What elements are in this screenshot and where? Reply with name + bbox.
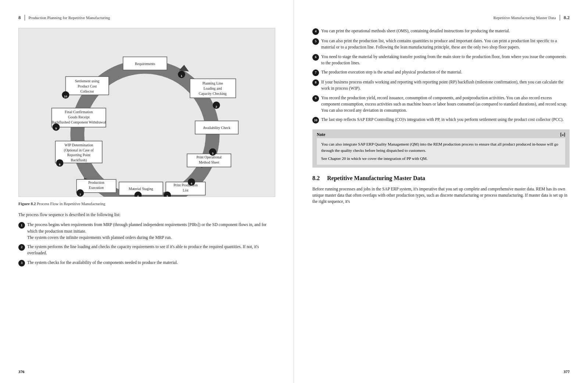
item-text-1: The process begins when requirements fro… — [27, 222, 275, 241]
figure-label: Figure 8.2 — [18, 201, 36, 206]
item-bullet-1: 1 — [18, 222, 25, 229]
note-text-1: You can also integrate SAP ERP Quality M… — [321, 141, 561, 153]
list-item: 9 You record the production yield, recor… — [312, 95, 570, 114]
left-page-number: 8 — [18, 15, 21, 21]
svg-text:2: 2 — [215, 105, 217, 108]
svg-point-2 — [91, 80, 199, 188]
svg-text:WIP Determination: WIP Determination — [64, 143, 93, 147]
svg-text:Collector: Collector — [80, 89, 94, 93]
left-page-footer: 376 — [18, 369, 275, 374]
list-item: 1 The process begins when requirements f… — [18, 222, 275, 241]
right-page: Repetitive Manufacturing Master Data 8.2… — [294, 0, 588, 383]
header-divider — [25, 15, 25, 21]
section-body-text: Before running processes and jobs in the… — [312, 186, 570, 205]
section-number: 8.2 — [312, 175, 320, 181]
svg-text:Product Cost: Product Cost — [78, 84, 97, 88]
item-bullet-5: 5 — [312, 38, 319, 45]
left-footer-number: 376 — [18, 369, 25, 374]
right-page-footer: 377 — [312, 369, 570, 374]
right-header-text: Repetitive Manufacturing Master Data — [494, 15, 556, 20]
svg-text:10: 10 — [64, 95, 67, 98]
section-title: Repetitive Manufacturing Master Data — [327, 175, 425, 181]
item-bullet-4: 4 — [312, 28, 319, 35]
svg-text:Final Confirmation: Final Confirmation — [65, 110, 93, 114]
svg-text:Loading and: Loading and — [204, 86, 222, 90]
item-text-9: You record the production yield, record … — [321, 95, 570, 114]
item-bullet-2: 2 — [18, 244, 25, 251]
item-text-10: The last step reflects SAP ERP Controlli… — [321, 117, 564, 124]
list-item: 10 The last step reflects SAP ERP Contro… — [312, 117, 570, 124]
svg-text:Print Operational: Print Operational — [196, 155, 222, 159]
list-item: 6 You need to stage the material by unde… — [312, 54, 570, 67]
item-bullet-3: 3 — [18, 260, 25, 266]
note-text-2: See Chapter 20 in which we cover the int… — [321, 155, 561, 162]
note-box: Note [«] You can also integrate SAP ERP … — [312, 129, 570, 168]
diagram-svg: Requirements Planning Line Loading and C… — [19, 28, 275, 197]
svg-text:5: 5 — [166, 195, 168, 197]
item-bullet-6: 6 — [312, 54, 319, 61]
svg-text:3: 3 — [212, 152, 214, 155]
right-page-header: Repetitive Manufacturing Master Data 8.2 — [312, 15, 570, 21]
list-item: 4 You can print the operational methods … — [312, 28, 570, 35]
svg-text:9: 9 — [55, 127, 57, 130]
svg-text:Planning Line: Planning Line — [202, 81, 223, 85]
item-text-6: You need to stage the material by undert… — [321, 54, 570, 67]
svg-text:Reporting Point: Reporting Point — [67, 153, 90, 157]
item-bullet-8: 8 — [312, 79, 319, 86]
list-item: 7 The production execution step is the a… — [312, 69, 570, 76]
figure-desc: Process Flow in Repetitive Manufacturing — [37, 201, 105, 206]
left-page: 8 Production Planning for Repetitive Man… — [0, 0, 294, 383]
svg-text:Execution: Execution — [89, 186, 104, 190]
svg-text:Capacity Checking: Capacity Checking — [199, 92, 227, 96]
item-text-4: You can print the operational methods sh… — [321, 28, 510, 35]
svg-text:Goods Receipt: Goods Receipt — [68, 115, 90, 119]
svg-text:Availability Check: Availability Check — [203, 126, 230, 130]
svg-text:Requirements: Requirements — [135, 62, 155, 66]
item-text-8: If your business process entails working… — [321, 79, 570, 92]
item-text-7: The production execution step is the act… — [321, 69, 462, 76]
list-item: 5 You can also print the production list… — [312, 38, 570, 51]
left-header-text: Production Planning for Repetitive Manuf… — [29, 15, 110, 20]
svg-text:Backflush): Backflush) — [71, 158, 87, 162]
item-bullet-9: 9 — [312, 95, 319, 102]
item-bullet-7: 7 — [312, 69, 319, 76]
svg-text:Method Sheet: Method Sheet — [199, 160, 219, 164]
list-item: 2 The system performs the line loading a… — [18, 244, 275, 257]
body-intro: The process flow sequence is described i… — [18, 212, 275, 218]
book-spread: 8 Production Planning for Repetitive Man… — [0, 0, 588, 383]
list-item: 8 If your business process entails worki… — [312, 79, 570, 92]
item-1-main: The process begins when requirements fro… — [27, 222, 266, 233]
section-heading: 8.2 Repetitive Manufacturing Master Data — [312, 175, 570, 182]
item-1-sub: The system covers the infinite requireme… — [27, 235, 172, 240]
note-bracket: [«] — [560, 132, 565, 137]
process-flow-diagram: Requirements Planning Line Loading and C… — [18, 28, 275, 197]
note-header: Note [«] — [317, 132, 565, 137]
svg-text:7: 7 — [79, 193, 81, 196]
svg-text:1: 1 — [181, 74, 183, 78]
svg-text:Backflushed Component Withdraw: Backflushed Component Withdrawal — [52, 120, 106, 124]
figure-caption: Figure 8.2 Process Flow in Repetitive Ma… — [18, 201, 275, 206]
item-text-5: You can also print the production list, … — [321, 38, 570, 51]
right-section-num: 8.2 — [564, 15, 570, 21]
note-body: You can also integrate SAP ERP Quality M… — [317, 138, 565, 165]
svg-text:Material Staging: Material Staging — [129, 187, 153, 191]
svg-marker-3 — [179, 65, 189, 72]
svg-text:6: 6 — [137, 195, 139, 197]
item-bullet-10: 10 — [312, 117, 319, 124]
svg-text:List: List — [183, 188, 189, 192]
svg-text:8: 8 — [59, 163, 61, 166]
svg-text:(Optional in Case of: (Optional in Case of — [64, 148, 94, 153]
list-item: 3 The system checks for the availability… — [18, 259, 275, 266]
item-text-2: The system performs the line loading and… — [27, 244, 275, 257]
svg-text:Settlement using: Settlement using — [75, 79, 100, 83]
left-page-header: 8 Production Planning for Repetitive Man… — [18, 15, 275, 21]
svg-text:4: 4 — [191, 182, 193, 185]
svg-text:Production: Production — [88, 180, 104, 185]
note-label: Note — [317, 132, 325, 137]
header-divider-right — [560, 15, 560, 21]
right-footer-number: 377 — [564, 369, 570, 374]
item-text-3: The system checks for the availability o… — [27, 259, 178, 266]
